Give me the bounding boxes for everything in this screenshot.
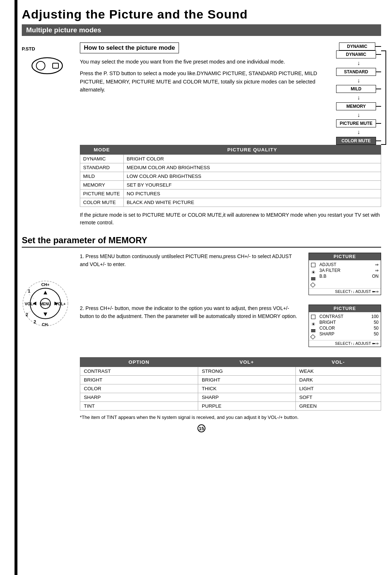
mode-box-color-mute: COLOR MUTE: [336, 137, 376, 145]
menu-row-contrast: CONTRAST 100: [319, 314, 379, 319]
picture-menu-header-1: PICTURE: [309, 253, 381, 260]
option-cell: STRONG: [198, 367, 295, 375]
option-cell: GREEN: [295, 401, 381, 410]
option-cell: LIGHT: [295, 384, 381, 393]
arrow-3: ↓: [357, 93, 360, 102]
option-cell: BRIGHT: [198, 375, 295, 384]
option-cell: CONTRAST: [80, 367, 198, 375]
instructions-menu2-row: 2. Press CH+/- button, move the indicato…: [80, 305, 381, 352]
arrow-4: ↓: [357, 110, 360, 120]
instructions-column: 1. Press MENU button continuously untils…: [80, 253, 381, 421]
left-diagram-column: P.STD: [22, 42, 73, 232]
svg-text:MENU: MENU: [40, 302, 50, 306]
option-row: COLOR THICK LIGHT: [80, 384, 381, 393]
mode-selector: DYNAMIC DYNAMIC: [336, 42, 381, 145]
menu-row-label: 3A FILTER: [319, 268, 340, 273]
mode-box-memory: MEMORY: [336, 102, 376, 110]
menu-icon-diamond-2: [310, 334, 315, 339]
menu-row-label: COLOR: [319, 326, 335, 331]
picture-menu-footer-1: SELECT↑↓ ADJUST ⬅⇒: [309, 288, 381, 295]
svg-marker-14: [44, 291, 47, 294]
svg-text:VOL-: VOL-: [25, 302, 34, 306]
picture-menu-footer-2: SELECT↑↓ ADJUST ⬅⇒: [309, 340, 381, 347]
set-memory-section: Set the parameter of MEMORY CH+: [22, 235, 381, 432]
menu-row-value: 100: [368, 314, 379, 319]
table-cell: DYNAMIC: [80, 154, 124, 163]
table-cell: LOW COLOR AND BRIGHTNESS: [124, 172, 381, 180]
picture-menu-header-2: PICTURE: [309, 305, 381, 312]
menu-icon-sun-2: ☀: [311, 321, 316, 327]
menu-row-value: ON: [368, 274, 379, 279]
picture-menu-rows-2: CONTRAST 100 BRIGHT 50 COLOR: [319, 314, 379, 339]
note-text: If the picture mode is set to PICTURE MU…: [80, 211, 381, 227]
option-cell: WEAK: [295, 367, 381, 375]
arrow-2: ↓: [357, 76, 360, 85]
svg-point-1: [36, 61, 45, 70]
table-row: DYNAMIC BRIGHT COLOR: [80, 154, 381, 163]
svg-text:1: 1: [28, 289, 30, 294]
footnote-text: *The item of TINT appears when the N sys…: [80, 414, 381, 421]
option-row: CONTRAST STRONG WEAK: [80, 367, 381, 375]
menu-row-value: 50: [368, 331, 379, 337]
menu-row-arrow: ⇒: [375, 262, 379, 267]
pstd-label: P.STD: [22, 46, 73, 52]
mode-quality-table: MODE PICTURE QUALITY DYNAMIC BRIGHT COLO…: [80, 145, 381, 207]
picture-menu-icons-2: ☀: [311, 314, 316, 339]
main-section: P.STD How to select the pictur: [22, 42, 381, 232]
menu-icon-diamond: [310, 282, 315, 288]
option-cell: SOFT: [295, 393, 381, 401]
picture-menu-2: PICTURE ☀: [309, 305, 381, 352]
svg-text:2: 2: [34, 319, 36, 325]
instruction-text-1: 1. Press MENU button continuously untils…: [80, 253, 301, 268]
right-content-column: How to select the picture mode You may s…: [80, 42, 381, 232]
remote-column: CH+ CH- VOL- VOL+ MENU 1 2: [22, 253, 73, 421]
table-row: MEMORY SET BY YOURSELF: [80, 180, 381, 189]
left-bar: [15, 0, 17, 575]
svg-text:CH-: CH-: [42, 322, 49, 327]
option-row: TINT PURPLE GREEN: [80, 401, 381, 410]
table-row: MILD LOW COLOR AND BRIGHTNESS: [80, 172, 381, 180]
arrow-1: ↓: [357, 58, 360, 68]
table-cell: STANDARD: [80, 163, 124, 172]
option-cell: SHARP: [198, 393, 295, 401]
mode-box-picture-mute: PICTURE MUTE: [336, 119, 376, 127]
instruction-text-area-2: 2. Press CH+/- button, move the indicato…: [80, 305, 301, 352]
mode-box-standard: STANDARD: [336, 68, 376, 76]
instruction-text-2: 2. Press CH+/- button, move the indicato…: [80, 305, 301, 320]
svg-text:CH+: CH+: [41, 282, 49, 287]
option-cell: COLOR: [80, 384, 198, 393]
option-table: OPTION VOL+ VOL- CONTRAST STRONG WEAK: [80, 357, 381, 411]
picture-menu-1: PICTURE ☀: [309, 253, 381, 300]
option-cell: SHARP: [80, 393, 198, 401]
menu-icon-lines-2: [311, 329, 316, 332]
mode-box-dynamic: DYNAMIC: [336, 50, 376, 58]
menu-icon-square: [311, 263, 315, 267]
table-cell: MILD: [80, 172, 124, 180]
table-row: STANDARD MEDIUM COLOR AND BRIGHTNESS: [80, 163, 381, 172]
page-title: Adjusting the Picture and the Sound: [22, 7, 381, 21]
table-header-mode: MODE: [80, 145, 124, 154]
instructions-menus-row: 1. Press MENU button continuously untils…: [80, 253, 381, 300]
menu-row-color: COLOR 50: [319, 325, 379, 331]
table-cell: SET BY YOURSELF: [124, 180, 381, 189]
picture-menu-box-2: PICTURE ☀: [309, 305, 381, 347]
text-area: How to select the picture mode You may s…: [80, 42, 332, 98]
picture-menu-box-1: PICTURE ☀: [309, 253, 381, 295]
picture-menu-rows-1: ADJUST ⇒ 3A FILTER ⇒ B.B: [319, 262, 379, 287]
mode-dynamic: DYNAMIC: [339, 42, 375, 50]
menu-row-value: 50: [368, 326, 379, 331]
menu-row-3afilter: 3A FILTER ⇒: [319, 268, 379, 273]
remote-control-svg: CH+ CH- VOL- VOL+ MENU 1 2: [22, 253, 69, 354]
menu-row-label: B.B: [319, 274, 326, 279]
svg-marker-15: [44, 313, 47, 316]
svg-rect-2: [53, 63, 58, 68]
menu-row-adjust: ADJUST ⇒: [319, 262, 379, 268]
table-header-quality: PICTURE QUALITY: [124, 145, 381, 154]
table-cell: MEMORY: [80, 180, 124, 189]
menu-row-arrow: ⇒: [375, 268, 379, 273]
instruction-text-area: 1. Press MENU button continuously untils…: [80, 253, 301, 300]
option-row: SHARP SHARP SOFT: [80, 393, 381, 401]
subsection-title: How to select the picture mode: [80, 42, 179, 53]
table-cell: PICTURE MUTE: [80, 189, 124, 198]
table-cell: MEDIUM COLOR AND BRIGHTNESS: [124, 163, 381, 172]
